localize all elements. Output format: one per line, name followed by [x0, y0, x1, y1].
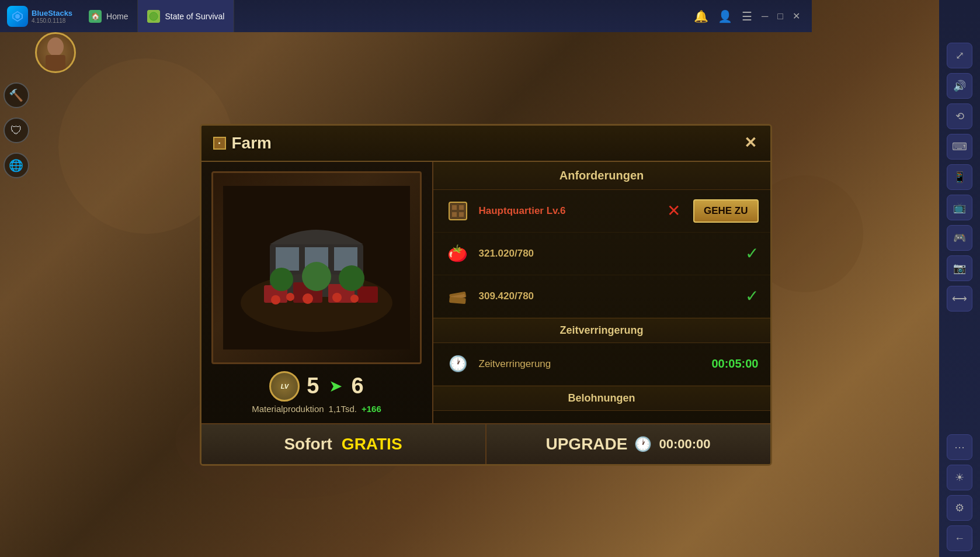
hauptquartier-status: ✕: [667, 201, 680, 220]
svg-point-5: [150, 12, 158, 20]
svg-point-3: [15, 14, 20, 19]
svg-rect-31: [449, 296, 466, 303]
bluestacks-icon: [7, 6, 28, 27]
farm-svg: [223, 186, 410, 350]
fullscreen-button[interactable]: ⤢: [947, 43, 972, 68]
globe-button[interactable]: 🌐: [4, 153, 29, 178]
svg-rect-26: [459, 205, 464, 210]
right-sidebar: ⤢ 🔊 ⟲ ⌨ 📱 📺 🎮 📷 ⟷ ⋯ ☀ ⚙ ←: [939, 0, 980, 557]
requirements-panel: Anforderungen Hauptquartier Lv.6 ✕: [432, 162, 770, 423]
dialog-header: ▪ Farm ✕: [201, 126, 770, 162]
upgrade-time: 00:00:00: [659, 437, 710, 452]
production-label: Materialproduktion: [252, 404, 324, 414]
svg-point-19: [271, 295, 280, 305]
gratis-label: GRATIS: [342, 435, 402, 454]
svg-point-18: [339, 265, 364, 291]
level-next: 6: [352, 373, 364, 399]
svg-rect-28: [459, 212, 464, 217]
tomato-icon: 🍅: [445, 241, 471, 267]
sofort-label: Sofort: [284, 435, 332, 454]
volume-button[interactable]: 🔊: [947, 73, 972, 99]
hauptquartier-label: Hauptquartier Lv.6: [479, 205, 659, 217]
belohnungen-header: Belohnungen: [433, 386, 770, 411]
game-tab-label: State of Survival: [165, 12, 224, 21]
top-bar-actions: 🔔 👤 ☰ ─ □ ✕: [682, 9, 812, 23]
upgrade-clock-icon: 🕐: [634, 436, 652, 452]
back-button[interactable]: ←: [947, 525, 972, 551]
home-tab-label: Home: [106, 12, 128, 21]
share-button[interactable]: ⟷: [947, 286, 972, 312]
svg-point-16: [270, 268, 293, 291]
bluestacks-name: BlueStacks: [32, 9, 72, 18]
bluestacks-version: 4.150.0.1118: [32, 18, 72, 24]
bluestacks-bar: BlueStacks 4.150.0.1118 🏠 Home State of …: [0, 0, 812, 32]
level-info: LV 5 ➤ 6: [269, 371, 363, 402]
goto-button[interactable]: GEHE ZU: [693, 199, 759, 223]
bluestacks-logo: BlueStacks 4.150.0.1118: [0, 6, 79, 27]
tab-state-of-survival[interactable]: State of Survival: [138, 0, 234, 32]
notification-icon[interactable]: 🔔: [694, 9, 708, 23]
left-sidebar: 🔨 🛡 🌐: [0, 32, 32, 557]
svg-rect-15: [357, 286, 378, 303]
production-value: 1,1Tsd.: [329, 404, 357, 414]
wood-status: ✓: [745, 286, 759, 306]
game-tab-icon: [147, 10, 160, 23]
wood-value: 309.420/780: [479, 290, 737, 302]
hauptquartier-icon: [445, 198, 471, 224]
dialog-close-button[interactable]: ✕: [740, 133, 761, 154]
level-current: 5: [307, 373, 319, 399]
wood-icon: [445, 283, 471, 309]
anforderungen-header: Anforderungen: [433, 162, 770, 190]
zeitverringerung-row: 🕐 Zeitverringerung 00:05:00: [433, 343, 770, 386]
menu-icon[interactable]: ☰: [742, 9, 752, 23]
sofort-button[interactable]: Sofort GRATIS: [201, 424, 486, 464]
svg-point-20: [286, 293, 294, 301]
upgrade-button[interactable]: UPGRADE 🕐 00:00:00: [486, 424, 770, 464]
svg-rect-9: [276, 247, 299, 271]
close-window-icon[interactable]: ✕: [793, 11, 800, 22]
hammer-button[interactable]: 🔨: [4, 82, 29, 108]
resource-row-tomatoes: 🍅 321.020/780 ✓: [433, 233, 770, 275]
account-icon[interactable]: 👤: [718, 9, 732, 23]
tomato-value: 321.020/780: [479, 248, 737, 260]
dialog-body: LV 5 ➤ 6 Materialproduktion 1,1Tsd. +166…: [201, 162, 770, 423]
settings-button[interactable]: ⚙: [947, 495, 972, 521]
shield-button[interactable]: 🛡: [4, 117, 29, 143]
more-button[interactable]: ⋯: [947, 434, 972, 460]
minimize-icon[interactable]: ─: [762, 11, 768, 22]
zeitverringerung-header: Zeitverringerung: [433, 318, 770, 343]
maximize-icon[interactable]: □: [777, 11, 783, 22]
tomato-status: ✓: [745, 244, 759, 263]
keyboard-button[interactable]: ⌨: [947, 134, 972, 160]
requirement-row-hauptquartier: Hauptquartier Lv.6 ✕ GEHE ZU: [433, 190, 770, 233]
farm-dialog: ▪ Farm ✕: [200, 124, 772, 466]
brightness-button[interactable]: ☀: [947, 465, 972, 490]
tv-button[interactable]: 📺: [947, 195, 972, 220]
svg-point-17: [302, 262, 331, 291]
upgrade-label: UPGRADE: [545, 435, 627, 454]
svg-point-23: [350, 295, 359, 303]
home-tab-icon: 🏠: [89, 10, 102, 23]
production-bonus: +166: [362, 404, 381, 414]
building-image: [211, 171, 422, 364]
dialog-title: Farm: [232, 134, 272, 153]
resource-row-wood: 309.420/780 ✓: [433, 275, 770, 318]
level-badge: LV: [269, 371, 300, 402]
zeitverringerung-value: 00:05:00: [711, 357, 758, 371]
gamepad-button[interactable]: 🎮: [947, 225, 972, 251]
level-arrow: ➤: [329, 376, 342, 396]
svg-point-21: [303, 293, 313, 304]
phone-button[interactable]: 📱: [947, 164, 972, 190]
svg-point-22: [332, 293, 342, 302]
tab-home[interactable]: 🏠 Home: [79, 0, 138, 32]
dialog-title-icon: ▪: [213, 137, 226, 150]
building-panel: LV 5 ➤ 6 Materialproduktion 1,1Tsd. +166: [201, 162, 432, 423]
camera-button[interactable]: 📷: [947, 255, 972, 281]
rotate-button[interactable]: ⟲: [947, 103, 972, 129]
svg-rect-25: [452, 205, 457, 210]
dialog-footer: Sofort GRATIS UPGRADE 🕐 00:00:00: [201, 423, 770, 464]
production-info: Materialproduktion 1,1Tsd. +166: [252, 404, 381, 414]
zeitverringerung-label: Zeitverringerung: [479, 358, 704, 370]
svg-rect-24: [449, 202, 467, 220]
svg-rect-27: [452, 212, 457, 217]
